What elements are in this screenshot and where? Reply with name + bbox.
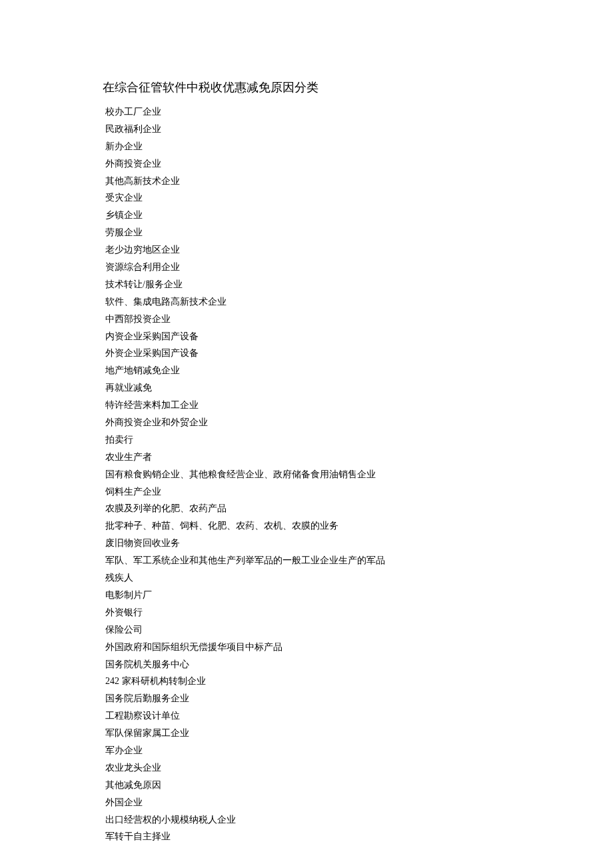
list-item: 受灾企业 <box>103 189 546 207</box>
list-item: 工程勘察设计单位 <box>103 707 546 725</box>
list-item: 资源综合利用企业 <box>103 259 546 276</box>
list-item: 乡镇企业 <box>103 207 546 224</box>
category-list: 校办工厂企业民政福利企业新办企业外商投资企业其他高新技术企业受灾企业乡镇企业劳服… <box>103 103 546 845</box>
list-item: 军队、军工系统企业和其他生产列举军品的一般工业企业生产的军品 <box>103 552 546 569</box>
document-title: 在综合征管软件中税收优惠减免原因分类 <box>103 79 546 97</box>
list-item: 出口经营权的小规模纳税人企业 <box>103 811 546 829</box>
document-content: 在综合征管软件中税收优惠减免原因分类 校办工厂企业民政福利企业新办企业外商投资企… <box>0 79 613 845</box>
list-item: 农膜及列举的化肥、农药产品 <box>103 500 546 517</box>
list-item: 拍卖行 <box>103 431 546 449</box>
list-item: 军办企业 <box>103 742 546 759</box>
list-item: 农业生产者 <box>103 449 546 466</box>
list-item: 老少边穷地区企业 <box>103 241 546 259</box>
list-item: 电影制片厂 <box>103 587 546 604</box>
list-item: 民政福利企业 <box>103 121 546 138</box>
list-item: 新办企业 <box>103 138 546 155</box>
list-item: 国有粮食购销企业、其他粮食经营企业、政府储备食用油销售企业 <box>103 466 546 483</box>
list-item: 再就业减免 <box>103 379 546 397</box>
list-item: 外资企业采购国产设备 <box>103 345 546 362</box>
list-item: 军转干自主择业 <box>103 828 546 845</box>
list-item: 其他减免原因 <box>103 777 546 794</box>
list-item: 其他高新技术企业 <box>103 173 546 190</box>
list-item: 劳服企业 <box>103 224 546 241</box>
list-item: 中西部投资企业 <box>103 311 546 328</box>
list-item: 外国政府和国际组织无偿援华项目中标产品 <box>103 639 546 656</box>
list-item: 国务院后勤服务企业 <box>103 690 546 707</box>
list-item: 特许经营来料加工企业 <box>103 397 546 414</box>
list-item: 外资银行 <box>103 604 546 621</box>
list-item: 校办工厂企业 <box>103 103 546 121</box>
list-item: 软件、集成电路高新技术企业 <box>103 293 546 311</box>
list-item: 残疾人 <box>103 569 546 587</box>
list-item: 242 家科研机构转制企业 <box>103 673 546 690</box>
list-item: 批零种子、种苗、饲料、化肥、农药、农机、农膜的业务 <box>103 517 546 535</box>
list-item: 废旧物资回收业务 <box>103 535 546 552</box>
list-item: 地产地销减免企业 <box>103 362 546 379</box>
list-item: 饲料生产企业 <box>103 483 546 501</box>
list-item: 外商投资企业 <box>103 155 546 173</box>
list-item: 国务院机关服务中心 <box>103 656 546 673</box>
list-item: 农业龙头企业 <box>103 759 546 777</box>
list-item: 保险公司 <box>103 621 546 639</box>
list-item: 内资企业采购国产设备 <box>103 328 546 345</box>
list-item: 外国企业 <box>103 794 546 811</box>
list-item: 军队保留家属工企业 <box>103 725 546 742</box>
list-item: 技术转让/服务企业 <box>103 276 546 293</box>
list-item: 外商投资企业和外贸企业 <box>103 414 546 431</box>
